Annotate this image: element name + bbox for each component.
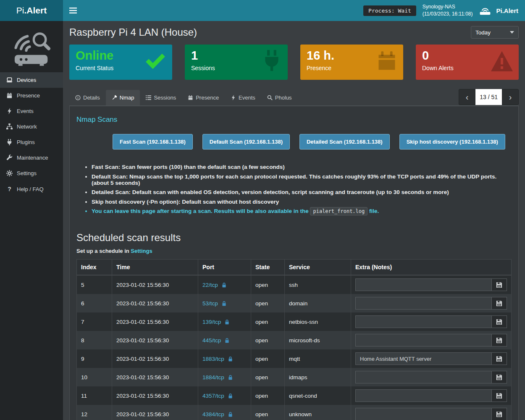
port-link[interactable]: 445/tcp [202, 337, 221, 344]
presence-card: 16 h. Presence [300, 45, 403, 80]
table-row: 5 2023-01-02 15:56:30 22/tcp open ssh [77, 275, 512, 294]
sidebar-item-network[interactable]: Network [0, 119, 63, 134]
sidebar-toggle-button[interactable] [63, 0, 83, 21]
note-fast-scan: Fast Scan: Scan fewer ports (100) than t… [92, 164, 512, 170]
note-input[interactable] [355, 389, 492, 402]
leave-note-pre: You can leave this page after starting a… [92, 208, 309, 214]
scan-results-table: Index Time Port State Service Extra (Not… [76, 259, 512, 420]
prev-device-button[interactable]: ‹ [459, 89, 475, 105]
lock-icon [228, 356, 233, 362]
cell-time: 2023-01-02 15:56:30 [112, 386, 198, 405]
sidebar-item-devices[interactable]: Devices [0, 72, 63, 88]
cell-port: 4357/tcp [198, 386, 251, 405]
search-icon [267, 95, 273, 100]
tab-label: Presence [196, 94, 219, 101]
port-link[interactable]: 4384/tcp [202, 411, 224, 417]
table-row: 12 2023-01-02 15:56:30 4384/tcp open unk… [77, 405, 512, 420]
detailed-scan-button[interactable]: Detailed Scan (192.168.1.138) [299, 134, 390, 150]
table-row: 11 2023-01-02 15:56:30 4357/tcp open qsn… [77, 386, 512, 405]
note-input[interactable] [355, 371, 492, 383]
plug-icon [6, 139, 13, 145]
save-note-button[interactable] [492, 408, 507, 420]
save-note-button[interactable] [492, 278, 507, 291]
sidebar-item-help[interactable]: ? Help / FAQ [0, 181, 63, 197]
cell-port: 53/tcp [198, 294, 251, 312]
scan-notes-list: Fast Scan: Scan fewer ports (100) than t… [86, 164, 512, 214]
lock-icon [228, 393, 233, 399]
cell-state: open [251, 368, 285, 386]
cell-port: 445/tcp [198, 331, 251, 349]
sidebar-nav: Devices Presence Events Network Plugins … [0, 72, 63, 197]
tab-details[interactable]: Details [69, 90, 106, 105]
cell-index: 6 [77, 294, 112, 312]
tab-nmap[interactable]: Nmap [106, 90, 140, 105]
port-link[interactable]: 53/tcp [202, 300, 218, 307]
save-note-button[interactable] [492, 352, 507, 365]
device-pagination: ‹ 13 / 51 › [459, 89, 519, 105]
sidebar-item-events[interactable]: Events [0, 103, 63, 119]
save-note-button[interactable] [492, 297, 507, 310]
cell-time: 2023-01-02 15:56:30 [112, 275, 198, 294]
next-device-button[interactable]: › [502, 89, 519, 105]
cell-service: idmaps [285, 368, 351, 386]
check-icon [144, 50, 167, 73]
tab-label: Sessions [154, 94, 176, 101]
cell-extra-notes [351, 331, 512, 349]
cell-service: ssh [285, 275, 351, 294]
settings-link[interactable]: Settings [131, 248, 152, 254]
warning-icon [491, 50, 513, 73]
plug-icon [261, 50, 282, 71]
sidebar-item-maintenance[interactable]: Maintenance [0, 150, 63, 165]
list-icon [146, 95, 151, 100]
save-note-button[interactable] [492, 371, 507, 383]
menu-icon [69, 8, 77, 13]
floppy-icon [496, 319, 502, 325]
tab-sessions[interactable]: Sessions [140, 90, 182, 105]
cell-time: 2023-01-02 15:56:30 [112, 405, 198, 420]
col-port: Port [198, 260, 251, 276]
router-mini-icon [479, 6, 491, 16]
fast-scan-button[interactable]: Fast Scan (192.168.1.138) [113, 134, 193, 150]
sidebar-item-plugins[interactable]: Plugins [0, 134, 63, 150]
save-note-button[interactable] [492, 389, 507, 402]
cell-time: 2023-01-02 15:56:30 [112, 294, 198, 312]
cell-index: 12 [77, 405, 112, 420]
save-note-button[interactable] [492, 315, 507, 328]
note-default-scan: Default Scan: Nmap scans the top 1,000 p… [92, 173, 512, 186]
cell-service: microsoft-ds [285, 331, 351, 349]
lock-icon [221, 301, 227, 306]
sidebar-item-settings[interactable]: Settings [0, 165, 63, 181]
tab-pholus[interactable]: Pholus [261, 90, 298, 105]
brand-logo[interactable]: Pi.Alert [0, 0, 63, 21]
port-link[interactable]: 1883/tcp [202, 356, 224, 362]
note-input[interactable] [355, 278, 492, 291]
lock-icon [228, 412, 233, 417]
sidebar-item-presence[interactable]: Presence [0, 88, 63, 103]
cell-service: unknown [285, 405, 351, 420]
skip-host-discovery-button[interactable]: Skip host discovery (192.168.1.138) [399, 134, 505, 150]
port-link[interactable]: 4357/tcp [202, 393, 224, 399]
save-note-button[interactable] [492, 334, 507, 346]
bolt-icon [231, 95, 236, 100]
schedule-hint: Set up a schedule in Settings [76, 248, 512, 254]
cell-index: 11 [77, 386, 112, 405]
sidebar-item-label: Presence [17, 92, 40, 99]
port-link[interactable]: 1884/tcp [202, 374, 224, 381]
period-select[interactable]: Today [471, 26, 519, 39]
note-input[interactable] [355, 315, 492, 328]
port-link[interactable]: 22/tcp [202, 282, 218, 288]
port-link[interactable]: 139/tcp [202, 319, 221, 325]
tab-events[interactable]: Events [225, 90, 261, 105]
current-status-card: Online Current Status [69, 45, 172, 80]
default-scan-button[interactable]: Default Scan (192.168.1.138) [202, 134, 290, 150]
sidebar-item-label: Devices [17, 77, 36, 83]
scan-buttons: Fast Scan (192.168.1.138) Default Scan (… [113, 134, 512, 150]
note-input[interactable] [355, 352, 492, 365]
tab-presence[interactable]: Presence [182, 90, 225, 105]
cell-extra-notes [351, 349, 512, 368]
cell-state: open [251, 312, 285, 331]
note-input[interactable] [355, 297, 492, 310]
table-row: 9 2023-01-02 15:56:30 1883/tcp open mqtt [77, 349, 512, 368]
note-input[interactable] [355, 334, 492, 346]
note-input[interactable] [355, 408, 492, 420]
